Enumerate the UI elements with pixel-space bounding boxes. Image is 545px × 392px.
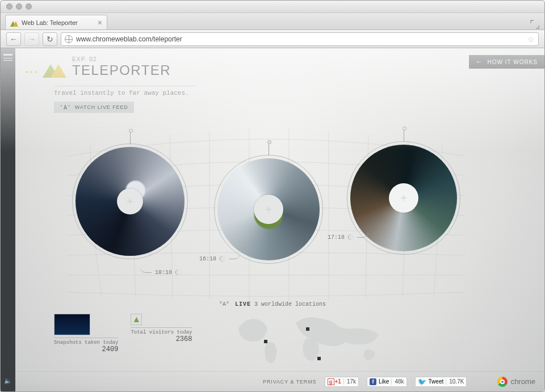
- twitter-label: Tweet: [429, 378, 444, 385]
- gplus-icon: g+1: [328, 378, 341, 385]
- map-pin-3: [317, 357, 321, 360]
- facebook-icon: f: [370, 378, 376, 385]
- twitter-icon: 🐦: [418, 378, 426, 386]
- world-map: [233, 310, 392, 367]
- experiment-title: TELEPORTER: [72, 62, 171, 78]
- browser-window: Web Lab: Teleporter × ← → ↻ www.chromewe…: [0, 0, 545, 392]
- location-time-1: 10:18: [140, 268, 181, 276]
- url-text: www.chromeweblab.com/teleporter: [76, 35, 182, 43]
- browser-tab[interactable]: Web Lab: Teleporter ×: [5, 15, 107, 29]
- how-it-works-button[interactable]: ← HOW IT WORKS: [469, 55, 544, 69]
- traffic-lights[interactable]: [6, 3, 32, 10]
- snapshots-label: Snapshots taken today: [54, 338, 118, 345]
- mountain-favicon-icon: [10, 19, 18, 27]
- globe-icon: [65, 35, 73, 43]
- stats-block: Snapshots taken today 2409 ▲ Total visit…: [54, 314, 192, 353]
- browser-toolbar: ← → ↻ www.chromeweblab.com/teleporter ☆: [1, 30, 544, 48]
- tab-strip: Web Lab: Teleporter ×: [1, 13, 544, 30]
- mountain-logo-icon: [43, 61, 66, 78]
- gplus-count: 17k: [343, 378, 356, 385]
- facebook-like-button[interactable]: f Like 48k: [367, 377, 406, 387]
- watch-live-feed-button[interactable]: 'A' WATCH LIVE FEED: [54, 102, 134, 113]
- brand-dots-icon: [26, 71, 37, 73]
- facebook-label: Like: [379, 378, 389, 385]
- facebook-count: 48k: [391, 378, 404, 385]
- tab-close-icon[interactable]: ×: [98, 19, 102, 27]
- how-it-works-label: HOW IT WORKS: [488, 59, 538, 65]
- arrow-left-icon: ←: [476, 58, 483, 66]
- location-disk-1[interactable]: [72, 144, 188, 259]
- window-titlebar: [1, 1, 544, 13]
- experiment-number: EXP. 02: [72, 56, 171, 62]
- menu-icon[interactable]: [3, 54, 12, 61]
- snapshots-value: 2409: [54, 345, 118, 353]
- visitors-label: Total visitors today: [131, 327, 192, 335]
- page-content: 🔈 EXP. 02 TELEPORTER Travel instantly to…: [1, 48, 544, 391]
- address-bar[interactable]: www.chromeweblab.com/teleporter ☆: [61, 32, 539, 46]
- google-plus-button[interactable]: g+1 17k: [325, 377, 359, 387]
- reload-button[interactable]: ↻: [43, 32, 57, 46]
- volume-icon[interactable]: 🔈: [4, 377, 12, 385]
- twitter-count: 10.7K: [446, 378, 464, 385]
- page-footer: PRIVACY & TERMS g+1 17k f Like 48k 🐦 Twe…: [15, 371, 544, 391]
- watch-live-feed-label: WATCH LIVE FEED: [75, 104, 128, 110]
- antenna-icon: 'A': [60, 104, 72, 111]
- tagline: Travel instantly to far away places.: [54, 86, 196, 96]
- visitor-thumbnail-icon[interactable]: ▲: [131, 314, 142, 325]
- chrome-icon: [497, 377, 508, 387]
- chrome-label: chrome: [511, 377, 535, 386]
- chrome-brand[interactable]: chrome: [497, 377, 535, 387]
- fullscreen-icon[interactable]: [530, 19, 540, 29]
- location-time-3: 17:18: [328, 233, 368, 241]
- map-pin-1: [264, 340, 267, 343]
- live-status: °A° LIVE 3 worldwide locations: [1, 301, 544, 307]
- snapshot-thumbnail[interactable]: [54, 314, 90, 335]
- experiment-brand: EXP. 02 TELEPORTER: [26, 56, 171, 78]
- forward-button[interactable]: →: [24, 32, 39, 46]
- snapshots-stat: Snapshots taken today 2409: [54, 314, 118, 353]
- visitors-value: 2368: [131, 335, 192, 343]
- location-time-2: 16:18: [199, 255, 240, 262]
- antenna-icon-small: °A°: [219, 301, 229, 307]
- map-pin-2: [306, 327, 309, 331]
- privacy-terms-link[interactable]: PRIVACY & TERMS: [263, 379, 317, 385]
- back-button[interactable]: ←: [6, 32, 21, 46]
- live-subtext: 3 worldwide locations: [254, 301, 326, 307]
- location-disk-2[interactable]: [214, 155, 323, 264]
- bookmark-star-icon[interactable]: ☆: [527, 35, 535, 44]
- panorama-disks: [1, 141, 544, 300]
- visitors-stat: ▲ Total visitors today 2368: [131, 314, 192, 343]
- twitter-tweet-button[interactable]: 🐦 Tweet 10.7K: [415, 377, 467, 387]
- live-word: LIVE: [235, 301, 251, 307]
- tab-title: Web Lab: Teleporter: [22, 19, 78, 26]
